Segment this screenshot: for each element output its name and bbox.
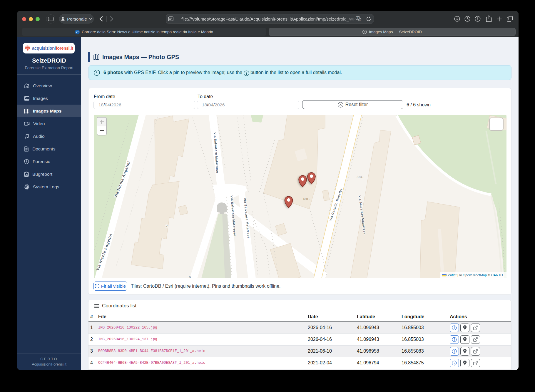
svg-text:38C: 38C (357, 175, 364, 179)
svg-text:2: 2 (166, 224, 168, 228)
svg-text:Leaflet | © OpenStreetMap © CA: Leaflet | © OpenStreetMap © CARTO (446, 273, 503, 277)
svg-text:C: C (76, 30, 78, 33)
svg-text:A: A (359, 19, 360, 21)
svg-text:49C: 49C (303, 197, 310, 201)
